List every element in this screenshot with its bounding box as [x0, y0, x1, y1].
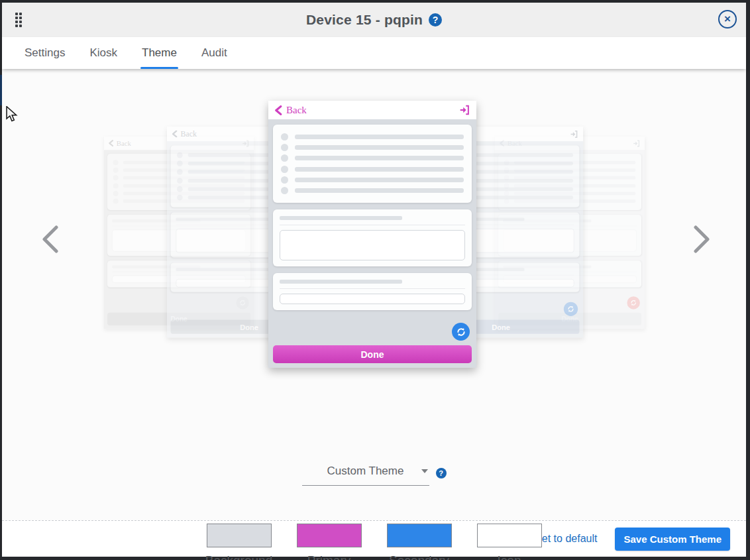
- back-label: Back: [181, 129, 197, 138]
- back-label: Back: [117, 139, 131, 147]
- list-item: [281, 176, 464, 184]
- dialog-title-text: Device 15 - pqpin: [306, 12, 423, 28]
- field-input: [280, 294, 465, 304]
- field-label-line: [280, 216, 402, 220]
- swatch-icon: Icon: [475, 524, 544, 560]
- chevron-right-icon: [692, 225, 711, 253]
- save-theme-button[interactable]: Save Custom Theme: [615, 528, 730, 551]
- swatch-secondary-label: Secondary: [389, 553, 449, 560]
- back-chevron-icon: [274, 105, 282, 115]
- swatch-secondary-box[interactable]: [387, 524, 452, 547]
- swatch-background-label: Background: [205, 553, 272, 560]
- theme-color-swatches: Background Primary Secondary Icon: [205, 524, 544, 560]
- dialog-header: Device 15 - pqpin ? ×: [2, 3, 746, 37]
- field-input: [280, 230, 465, 260]
- refresh-button: [564, 302, 578, 316]
- dialog-title: Device 15 - pqpin ?: [306, 12, 442, 28]
- refresh-icon: [456, 327, 466, 337]
- preview-back-button: Back: [274, 105, 307, 116]
- preview-body: Done: [268, 119, 476, 368]
- theme-select-value: Custom Theme: [327, 465, 404, 477]
- sign-in-icon: [632, 139, 640, 147]
- list-item: [281, 187, 464, 194]
- back-chevron-icon: [172, 131, 178, 138]
- preview-list-card: [273, 125, 472, 203]
- preview-top-bar: Back: [268, 101, 476, 119]
- list-item: [281, 154, 464, 162]
- list-item: [281, 144, 464, 151]
- preview-done-button: Done: [273, 345, 472, 363]
- preview-field-card-large: [273, 209, 472, 266]
- chevron-left-icon: [41, 225, 60, 253]
- title-help-icon[interactable]: ?: [429, 13, 442, 27]
- refresh-icon: [567, 305, 575, 313]
- swatch-background: Background: [205, 524, 274, 560]
- tab-theme[interactable]: Theme: [142, 37, 177, 69]
- preview-field-card-small: [273, 273, 472, 310]
- list-item: [281, 133, 464, 140]
- refresh-button: [627, 296, 639, 309]
- refresh-icon: [630, 300, 637, 307]
- preview-back-button: Back: [108, 139, 131, 147]
- back-chevron-icon: [108, 140, 113, 146]
- tab-audit[interactable]: Audit: [201, 37, 227, 69]
- back-label: Back: [286, 105, 307, 116]
- swatch-icon-label: Icon: [498, 553, 521, 560]
- drag-handle-icon[interactable]: [15, 13, 22, 27]
- refresh-button: [452, 323, 470, 341]
- sign-in-icon: [570, 129, 578, 138]
- theme-carousel: Back Done: [2, 69, 746, 374]
- swatch-icon-box[interactable]: [477, 524, 542, 547]
- swatch-primary-box[interactable]: [297, 524, 362, 547]
- field-label-line: [280, 280, 402, 284]
- list-item: [281, 166, 464, 173]
- carousel-prev-button[interactable]: [41, 225, 60, 253]
- tab-settings[interactable]: Settings: [25, 37, 65, 69]
- preview-back-button: Back: [172, 129, 197, 138]
- theme-select-row: Custom Theme ?: [302, 461, 447, 486]
- tab-bar: Settings Kiosk Theme Audit: [2, 37, 746, 69]
- close-button[interactable]: ×: [718, 10, 737, 28]
- carousel-next-button[interactable]: [692, 225, 711, 253]
- theme-select-help-icon[interactable]: ?: [436, 468, 447, 478]
- device-theme-dialog: Device 15 - pqpin ? × Settings Kiosk The…: [2, 3, 746, 557]
- swatch-secondary: Secondary: [385, 524, 454, 560]
- theme-select[interactable]: Custom Theme: [302, 461, 429, 486]
- caret-down-icon: [421, 469, 428, 473]
- close-icon: ×: [724, 13, 731, 25]
- swatch-background-box[interactable]: [207, 524, 272, 547]
- sign-in-icon: [458, 104, 470, 116]
- swatch-primary-label: Primary: [307, 553, 350, 560]
- tab-kiosk[interactable]: Kiosk: [89, 37, 117, 69]
- swatch-primary: Primary: [295, 524, 364, 560]
- theme-tab-content: Back Done: [2, 69, 746, 520]
- theme-preview-active: Back: [268, 101, 476, 368]
